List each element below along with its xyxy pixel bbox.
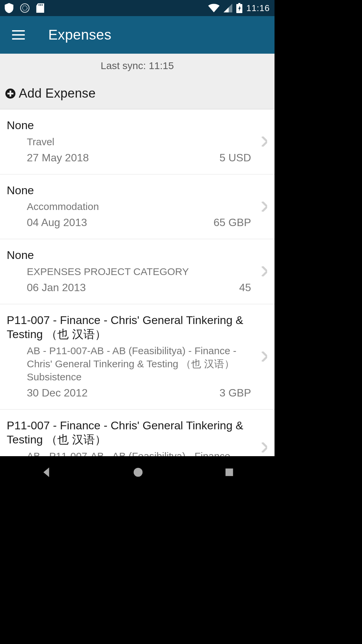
expense-amount: 65 GBP (214, 216, 251, 229)
chevron-right-icon (261, 352, 267, 362)
plus-circle-icon (5, 89, 15, 99)
expense-meta: 04 Aug 2013 65 GBP (7, 216, 251, 229)
recent-apps-icon[interactable] (224, 467, 234, 477)
status-right-group: 11:16 (208, 3, 270, 13)
expense-title: P11-007 - Finance - Chris' General Tinke… (7, 313, 251, 341)
app-bar: Expenses (0, 16, 275, 54)
add-expense-button[interactable]: Add Expense (0, 78, 275, 109)
chevron-right-icon (261, 202, 267, 212)
status-clock: 11:16 (246, 3, 270, 13)
svg-point-0 (20, 4, 29, 12)
expense-subtitle: AB - P11-007-AB - AB (Feasibilitya) - Fi… (7, 449, 251, 457)
expense-item[interactable]: None Accommodation 04 Aug 2013 65 GBP (0, 174, 275, 239)
svg-rect-3 (40, 4, 41, 6)
wifi-icon (208, 4, 220, 12)
battery-charging-icon (236, 3, 242, 13)
expense-title: None (7, 183, 251, 198)
expense-item[interactable]: None Travel 27 May 2018 5 USD (0, 109, 275, 174)
expense-subtitle: AB - P11-007-AB - AB (Feasibilitya) - Fi… (7, 344, 251, 383)
sync-icon (20, 3, 29, 13)
screen: 11:16 Expenses Last sync: 11:15 Add Expe… (0, 0, 275, 488)
status-bar: 11:16 (0, 0, 275, 16)
svg-rect-4 (42, 4, 43, 6)
svg-point-1 (22, 6, 27, 10)
sync-row: Last sync: 11:15 (0, 54, 275, 78)
add-expense-label: Add Expense (19, 86, 96, 101)
page-title: Expenses (48, 27, 111, 43)
expense-item[interactable]: None EXPENSES PROJECT CATEGORY 06 Jan 20… (0, 239, 275, 304)
expense-meta: 06 Jan 2013 45 (7, 281, 251, 294)
expense-date: 04 Aug 2013 (27, 216, 87, 229)
expense-amount: 5 USD (220, 152, 251, 164)
chevron-right-icon (261, 137, 267, 147)
expense-date: 06 Jan 2013 (27, 281, 86, 294)
chevron-right-icon (261, 442, 267, 452)
expense-meta: 27 May 2018 5 USD (7, 152, 251, 164)
svg-rect-8 (225, 469, 233, 476)
status-left-group (5, 3, 44, 13)
chevron-right-icon (261, 266, 267, 276)
expense-subtitle: Travel (7, 135, 251, 148)
home-icon[interactable] (133, 467, 143, 478)
expense-title: P11-007 - Finance - Chris' General Tinke… (7, 418, 251, 447)
expense-amount: 3 GBP (220, 387, 251, 399)
expense-title: None (7, 118, 251, 132)
cell-signal-icon (224, 4, 232, 12)
expense-title: None (7, 248, 251, 262)
sd-card-icon (36, 3, 44, 13)
expense-subtitle: Accommodation (7, 200, 251, 213)
expense-amount: 45 (239, 281, 251, 294)
expense-meta: 30 Dec 2012 3 GBP (7, 387, 251, 399)
svg-rect-6 (238, 3, 240, 5)
expense-list: None Travel 27 May 2018 5 USD None Accom… (0, 109, 275, 456)
expense-date: 27 May 2018 (27, 152, 89, 164)
svg-rect-2 (39, 4, 39, 6)
expense-item[interactable]: P11-007 - Finance - Chris' General Tinke… (0, 410, 275, 457)
svg-point-7 (133, 468, 142, 477)
expense-subtitle: EXPENSES PROJECT CATEGORY (7, 265, 251, 278)
android-nav-bar (0, 456, 275, 488)
last-sync-label: Last sync: 11:15 (101, 60, 174, 71)
expense-date: 30 Dec 2012 (27, 387, 87, 399)
shield-icon (5, 3, 13, 13)
back-icon[interactable] (41, 467, 52, 478)
menu-icon[interactable] (12, 30, 25, 40)
expense-item[interactable]: P11-007 - Finance - Chris' General Tinke… (0, 304, 275, 410)
